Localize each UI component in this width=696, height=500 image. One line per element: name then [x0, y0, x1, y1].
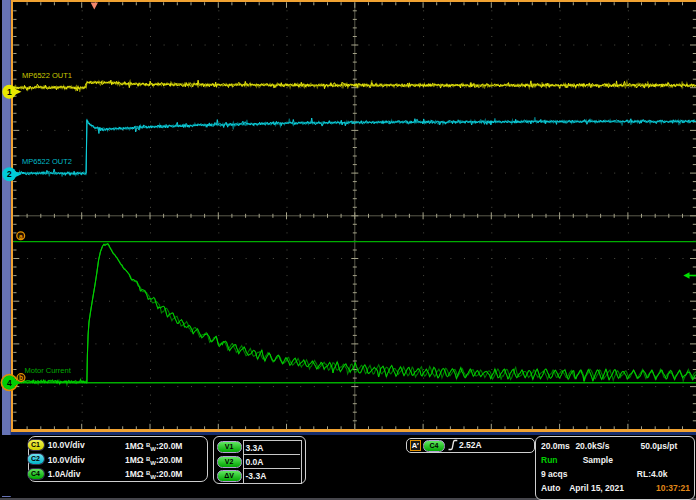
svg-text:Motor Current: Motor Current — [25, 366, 72, 375]
svg-text:MP6522 OUT1: MP6522 OUT1 — [22, 71, 72, 80]
svg-text:2: 2 — [7, 169, 12, 179]
svg-text:4: 4 — [7, 378, 12, 388]
svg-text:b: b — [19, 374, 23, 381]
svg-text:MP6522 OUT2: MP6522 OUT2 — [22, 157, 72, 166]
svg-text:a: a — [19, 233, 23, 240]
svg-text:1: 1 — [7, 87, 12, 97]
